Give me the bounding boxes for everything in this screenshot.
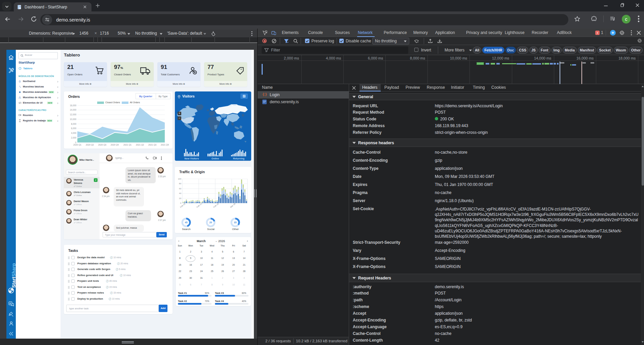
- svg-text:0: 0: [75, 141, 76, 144]
- svg-text:8,000: 8,000: [71, 123, 76, 125]
- svg-text:16,000: 16,000: [70, 104, 77, 107]
- svg-text:2020 Q2: 2020 Q2: [86, 144, 94, 146]
- svg-text:2021 Q2: 2021 Q2: [136, 144, 144, 146]
- svg-text:2021 Q3: 2021 Q3: [148, 144, 157, 146]
- svg-text:10,000: 10,000: [70, 118, 77, 120]
- svg-text:45: 45: [185, 221, 188, 224]
- svg-text:2020 Q1: 2020 Q1: [73, 144, 82, 146]
- svg-text:14,000: 14,000: [70, 109, 77, 111]
- svg-text:40: 40: [179, 192, 181, 194]
- svg-text:2021 Q4: 2021 Q4: [161, 144, 169, 146]
- svg-text:2020 Q3: 2020 Q3: [98, 144, 107, 146]
- svg-text:60: 60: [179, 188, 181, 190]
- svg-text:2,000: 2,000: [71, 137, 76, 139]
- svg-text:100: 100: [178, 178, 182, 180]
- svg-text:0: 0: [180, 202, 182, 204]
- svg-text:2021 Q1: 2021 Q1: [123, 144, 132, 146]
- svg-text:6,000: 6,000: [71, 127, 76, 129]
- svg-text:4,000: 4,000: [71, 132, 76, 134]
- svg-text:2020 Q4: 2020 Q4: [111, 144, 119, 146]
- svg-text:80: 80: [179, 183, 181, 185]
- svg-text:12,000: 12,000: [70, 113, 77, 116]
- svg-text:20: 20: [210, 221, 212, 224]
- svg-text:35: 35: [234, 221, 237, 224]
- svg-text:20: 20: [179, 197, 181, 199]
